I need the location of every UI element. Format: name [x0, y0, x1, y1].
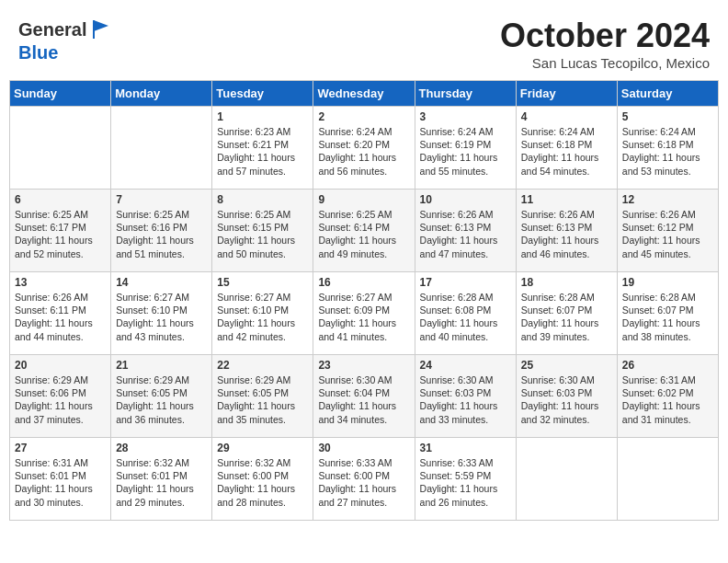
cell-info: Sunrise: 6:23 AMSunset: 6:21 PMDaylight:… — [217, 125, 308, 178]
day-number: 14 — [116, 276, 207, 289]
logo-flag-icon — [88, 17, 114, 42]
day-number: 28 — [116, 442, 207, 454]
table-row: 13Sunrise: 6:26 AMSunset: 6:11 PMDayligh… — [10, 272, 111, 355]
cell-info: Sunrise: 6:25 AMSunset: 6:17 PMDaylight:… — [15, 208, 106, 260]
cell-info: Sunrise: 6:31 AMSunset: 6:01 PMDaylight:… — [15, 456, 106, 509]
table-row: 7Sunrise: 6:25 AMSunset: 6:16 PMDaylight… — [111, 190, 212, 272]
table-row: 30Sunrise: 6:33 AMSunset: 6:00 PMDayligh… — [313, 438, 415, 521]
cell-info: Sunrise: 6:32 AMSunset: 6:01 PMDaylight:… — [116, 456, 207, 509]
location: San Lucas Tecopilco, Mexico — [500, 55, 710, 71]
table-row: 8Sunrise: 6:25 AMSunset: 6:15 PMDaylight… — [212, 190, 313, 272]
day-number: 8 — [217, 193, 308, 206]
month-title: October 2024 — [500, 17, 710, 55]
table-row: 18Sunrise: 6:28 AMSunset: 6:07 PMDayligh… — [516, 272, 617, 355]
table-row: 2Sunrise: 6:24 AMSunset: 6:20 PMDaylight… — [313, 107, 415, 190]
cell-info: Sunrise: 6:24 AMSunset: 6:20 PMDaylight:… — [318, 125, 409, 178]
col-thursday: Thursday — [415, 81, 516, 107]
cell-info: Sunrise: 6:30 AMSunset: 6:03 PMDaylight:… — [420, 373, 511, 426]
col-saturday: Saturday — [617, 81, 718, 107]
col-monday: Monday — [111, 81, 212, 107]
calendar-week-row: 20Sunrise: 6:29 AMSunset: 6:06 PMDayligh… — [10, 355, 719, 438]
day-number: 1 — [217, 110, 308, 123]
day-number: 20 — [15, 359, 106, 372]
day-number: 3 — [420, 110, 511, 123]
day-number: 25 — [521, 359, 612, 372]
calendar-week-row: 6Sunrise: 6:25 AMSunset: 6:17 PMDaylight… — [10, 190, 719, 272]
cell-info: Sunrise: 6:28 AMSunset: 6:07 PMDaylight:… — [521, 291, 612, 343]
table-row — [111, 107, 212, 190]
table-row: 6Sunrise: 6:25 AMSunset: 6:17 PMDaylight… — [10, 190, 111, 272]
day-number: 21 — [116, 359, 207, 372]
table-row — [516, 438, 617, 521]
cell-info: Sunrise: 6:25 AMSunset: 6:15 PMDaylight:… — [217, 208, 308, 260]
day-number: 11 — [521, 193, 612, 206]
table-row: 14Sunrise: 6:27 AMSunset: 6:10 PMDayligh… — [111, 272, 212, 355]
cell-info: Sunrise: 6:27 AMSunset: 6:09 PMDaylight:… — [318, 291, 409, 343]
svg-rect-1 — [93, 20, 95, 39]
day-number: 29 — [217, 442, 308, 454]
table-row: 25Sunrise: 6:30 AMSunset: 6:03 PMDayligh… — [516, 355, 617, 438]
table-row: 19Sunrise: 6:28 AMSunset: 6:07 PMDayligh… — [617, 272, 718, 355]
cell-info: Sunrise: 6:29 AMSunset: 6:05 PMDaylight:… — [217, 373, 308, 426]
day-number: 6 — [15, 193, 106, 206]
table-row: 23Sunrise: 6:30 AMSunset: 6:04 PMDayligh… — [313, 355, 415, 438]
calendar-header-row: Sunday Monday Tuesday Wednesday Thursday… — [10, 81, 719, 107]
title-block: October 2024 San Lucas Tecopilco, Mexico — [500, 17, 710, 71]
col-sunday: Sunday — [10, 81, 111, 107]
table-row — [617, 438, 718, 521]
cell-info: Sunrise: 6:29 AMSunset: 6:05 PMDaylight:… — [116, 373, 207, 426]
cell-info: Sunrise: 6:30 AMSunset: 6:04 PMDaylight:… — [318, 373, 409, 426]
table-row: 1Sunrise: 6:23 AMSunset: 6:21 PMDaylight… — [212, 107, 313, 190]
day-number: 2 — [318, 110, 409, 123]
logo: General Blue — [18, 17, 114, 63]
col-friday: Friday — [516, 81, 617, 107]
cell-info: Sunrise: 6:25 AMSunset: 6:14 PMDaylight:… — [318, 208, 409, 260]
col-wednesday: Wednesday — [313, 81, 415, 107]
table-row: 16Sunrise: 6:27 AMSunset: 6:09 PMDayligh… — [313, 272, 415, 355]
page-header: General Blue October 2024 San Lucas Teco… — [9, 9, 719, 75]
cell-info: Sunrise: 6:24 AMSunset: 6:19 PMDaylight:… — [420, 125, 511, 178]
cell-info: Sunrise: 6:26 AMSunset: 6:11 PMDaylight:… — [15, 291, 106, 343]
calendar-table: Sunday Monday Tuesday Wednesday Thursday… — [9, 80, 719, 521]
cell-info: Sunrise: 6:24 AMSunset: 6:18 PMDaylight:… — [622, 125, 713, 178]
day-number: 30 — [318, 442, 409, 454]
table-row: 20Sunrise: 6:29 AMSunset: 6:06 PMDayligh… — [10, 355, 111, 438]
day-number: 7 — [116, 193, 207, 206]
table-row: 22Sunrise: 6:29 AMSunset: 6:05 PMDayligh… — [212, 355, 313, 438]
cell-info: Sunrise: 6:26 AMSunset: 6:13 PMDaylight:… — [521, 208, 612, 260]
table-row: 17Sunrise: 6:28 AMSunset: 6:08 PMDayligh… — [415, 272, 516, 355]
day-number: 27 — [15, 442, 106, 454]
table-row: 21Sunrise: 6:29 AMSunset: 6:05 PMDayligh… — [111, 355, 212, 438]
table-row: 9Sunrise: 6:25 AMSunset: 6:14 PMDaylight… — [313, 190, 415, 272]
calendar-week-row: 1Sunrise: 6:23 AMSunset: 6:21 PMDaylight… — [10, 107, 719, 190]
day-number: 9 — [318, 193, 409, 206]
day-number: 31 — [420, 442, 511, 454]
table-row: 12Sunrise: 6:26 AMSunset: 6:12 PMDayligh… — [617, 190, 718, 272]
calendar-week-row: 13Sunrise: 6:26 AMSunset: 6:11 PMDayligh… — [10, 272, 719, 355]
day-number: 26 — [622, 359, 713, 372]
logo-blue: Blue — [18, 42, 114, 63]
cell-info: Sunrise: 6:33 AMSunset: 6:00 PMDaylight:… — [318, 456, 409, 509]
table-row: 3Sunrise: 6:24 AMSunset: 6:19 PMDaylight… — [415, 107, 516, 190]
day-number: 4 — [521, 110, 612, 123]
cell-info: Sunrise: 6:26 AMSunset: 6:12 PMDaylight:… — [622, 208, 713, 260]
cell-info: Sunrise: 6:32 AMSunset: 6:00 PMDaylight:… — [217, 456, 308, 509]
table-row: 29Sunrise: 6:32 AMSunset: 6:00 PMDayligh… — [212, 438, 313, 521]
table-row: 24Sunrise: 6:30 AMSunset: 6:03 PMDayligh… — [415, 355, 516, 438]
cell-info: Sunrise: 6:28 AMSunset: 6:07 PMDaylight:… — [622, 291, 713, 343]
table-row: 10Sunrise: 6:26 AMSunset: 6:13 PMDayligh… — [415, 190, 516, 272]
table-row: 28Sunrise: 6:32 AMSunset: 6:01 PMDayligh… — [111, 438, 212, 521]
svg-marker-0 — [94, 20, 108, 31]
cell-info: Sunrise: 6:31 AMSunset: 6:02 PMDaylight:… — [622, 373, 713, 426]
cell-info: Sunrise: 6:27 AMSunset: 6:10 PMDaylight:… — [116, 291, 207, 343]
cell-info: Sunrise: 6:33 AMSunset: 5:59 PMDaylight:… — [420, 456, 511, 509]
calendar-week-row: 27Sunrise: 6:31 AMSunset: 6:01 PMDayligh… — [10, 438, 719, 521]
day-number: 10 — [420, 193, 511, 206]
day-number: 24 — [420, 359, 511, 372]
cell-info: Sunrise: 6:29 AMSunset: 6:06 PMDaylight:… — [15, 373, 106, 426]
table-row: 11Sunrise: 6:26 AMSunset: 6:13 PMDayligh… — [516, 190, 617, 272]
table-row — [10, 107, 111, 190]
table-row: 5Sunrise: 6:24 AMSunset: 6:18 PMDaylight… — [617, 107, 718, 190]
cell-info: Sunrise: 6:27 AMSunset: 6:10 PMDaylight:… — [217, 291, 308, 343]
cell-info: Sunrise: 6:26 AMSunset: 6:13 PMDaylight:… — [420, 208, 511, 260]
